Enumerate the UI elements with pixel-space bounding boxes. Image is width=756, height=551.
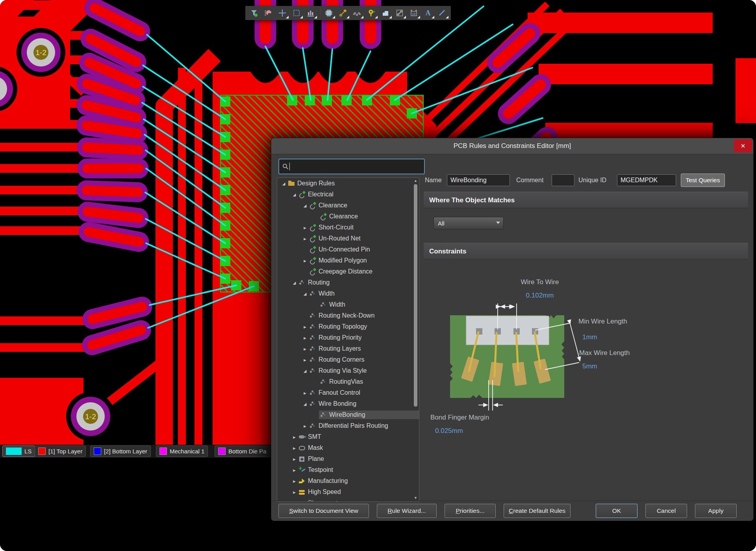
tree-item-short-circuit[interactable]: Short-Circuit <box>277 222 419 233</box>
tree-item-electrical[interactable]: Electrical <box>277 189 419 200</box>
tree-item-testpoint[interactable]: Testpoint <box>277 464 419 475</box>
tree-item-width-rule[interactable]: Width <box>277 299 419 310</box>
polygon-pour-tool-button[interactable] <box>379 7 392 19</box>
collapse-arrow-icon[interactable] <box>291 434 298 440</box>
layer-tab-mechanical-1[interactable]: Mechanical 1 <box>156 446 208 457</box>
collapse-arrow-icon[interactable] <box>302 258 308 264</box>
interactive-routing-tool-button[interactable] <box>336 7 350 19</box>
cancel-button[interactable]: Cancel <box>645 504 687 518</box>
collapse-arrow-icon[interactable] <box>302 346 308 352</box>
snap-magnet-tool-button[interactable] <box>261 7 275 19</box>
create-default-rules-button[interactable]: Create Default Rules <box>504 504 571 518</box>
tree-item-design-rules[interactable]: Design Rules <box>277 178 419 189</box>
tree-item-width[interactable]: Width <box>277 288 419 299</box>
collapse-arrow-icon[interactable] <box>291 467 298 473</box>
tree-item-routing[interactable]: Routing <box>277 277 419 288</box>
tree-item-routing-layers[interactable]: Routing Layers <box>277 343 419 354</box>
tree-item-routing-priority[interactable]: Routing Priority <box>277 332 419 343</box>
switch-to-document-view-button[interactable]: Switch to Document View <box>278 504 369 518</box>
filter-tool-button[interactable] <box>247 7 261 19</box>
layer-tab-bottom-layer[interactable]: [2] Bottom Layer <box>90 446 151 457</box>
collapse-arrow-icon[interactable] <box>302 225 308 231</box>
via-label: 1-2 <box>85 412 96 421</box>
tree-item-clearance-rule[interactable]: Clearance <box>277 211 419 222</box>
wrench-tool-button[interactable] <box>393 7 406 19</box>
ok-button[interactable]: OK <box>596 504 637 518</box>
layer-color-swatch <box>94 447 101 455</box>
tree-item-creepage-distance[interactable]: Creepage Distance <box>277 266 419 277</box>
scrollbar-thumb[interactable] <box>414 184 417 407</box>
bond-finger-margin-label: Bond Finger Margin <box>430 414 489 422</box>
layer-tab-bottom-die-pad[interactable]: Bottom Die Pa <box>215 446 270 457</box>
tree-item-wirebonding-selected[interactable]: WireBonding <box>277 409 419 420</box>
tree-item-fanout-control[interactable]: Fanout Control <box>277 387 419 398</box>
rule-search-input[interactable] <box>292 163 421 170</box>
tree-item-modified-polygon[interactable]: Modified Polygon <box>277 255 419 266</box>
collapse-arrow-icon[interactable] <box>291 489 298 495</box>
tree-item-routingvias[interactable]: RoutingVias <box>277 376 419 387</box>
layer-tab-ls[interactable]: LS <box>2 446 35 457</box>
tree-item-wire-bonding[interactable]: Wire Bonding <box>277 398 419 409</box>
tree-item-differential-pairs-routing[interactable]: Differential Pairs Routing <box>277 420 419 431</box>
component-tool-button[interactable] <box>322 7 335 19</box>
bond-finger-margin-value: 0.025mm <box>435 427 463 435</box>
collapse-arrow-icon[interactable] <box>291 478 298 484</box>
text-tool-button[interactable]: A <box>421 7 435 19</box>
tree-item-mask[interactable]: Mask <box>277 442 419 453</box>
tree-item-manufacturing[interactable]: Manufacturing <box>277 475 419 486</box>
rules-dialog: PCB Rules and Constraints Editor [mm] ✕ … <box>271 138 754 521</box>
collapse-arrow-icon[interactable] <box>291 445 298 451</box>
tree-item-smt[interactable]: SMT <box>277 431 419 442</box>
search-icon <box>282 163 289 170</box>
crosshair-tool-button[interactable] <box>276 7 289 19</box>
expand-arrow-icon[interactable] <box>302 292 308 296</box>
tree-item-routing-via-style[interactable]: Routing Via Style <box>277 365 419 376</box>
expand-arrow-icon[interactable] <box>302 203 308 208</box>
layer-color-swatch <box>38 447 46 455</box>
close-icon: ✕ <box>741 142 746 150</box>
tree-scrollbar[interactable] <box>413 179 418 500</box>
expand-arrow-icon[interactable] <box>280 181 287 186</box>
text-cursor <box>289 163 290 170</box>
tree-item-plane[interactable]: Plane <box>277 453 419 464</box>
expand-arrow-icon[interactable] <box>302 402 308 406</box>
match-scope-dropdown[interactable]: All <box>434 217 504 229</box>
testpoint-icon <box>298 466 306 473</box>
unique-id-input[interactable] <box>617 174 676 186</box>
expand-arrow-icon[interactable] <box>302 369 308 373</box>
close-button[interactable]: ✕ <box>734 139 752 152</box>
collapse-arrow-icon[interactable] <box>302 357 308 363</box>
select-area-tool-button[interactable] <box>290 7 303 19</box>
collapse-arrow-icon[interactable] <box>302 390 308 396</box>
rule-name-input[interactable] <box>447 174 510 186</box>
match-scope-value: All <box>438 220 445 227</box>
tree-item-un-connected-pin[interactable]: Un-Connected Pin <box>277 244 419 255</box>
routing-icon <box>309 345 317 352</box>
tree-item-routing-topology[interactable]: Routing Topology <box>277 321 419 332</box>
collapse-arrow-icon[interactable] <box>302 324 308 330</box>
expand-arrow-icon[interactable] <box>291 281 298 285</box>
test-queries-button[interactable]: Test Queries <box>681 174 725 187</box>
via-probe-tool-button[interactable] <box>365 7 378 19</box>
dimension-tool-button[interactable]: 10 <box>407 7 421 19</box>
tree-item-clearance[interactable]: Clearance <box>277 200 419 211</box>
collapse-arrow-icon[interactable] <box>291 456 298 462</box>
differential-wave-tool-button[interactable] <box>350 7 364 19</box>
layer-tab-top-layer[interactable]: [1] Top Layer <box>35 446 86 457</box>
dialog-title-bar[interactable]: PCB Rules and Constraints Editor [mm] ✕ <box>271 138 753 154</box>
collapse-arrow-icon[interactable] <box>302 423 308 429</box>
rule-wizard-button[interactable]: Rule Wizard... <box>377 504 437 518</box>
comment-input[interactable] <box>552 174 574 186</box>
collapse-arrow-icon[interactable] <box>302 236 308 242</box>
tree-item-routing-corners[interactable]: Routing Corners <box>277 354 419 365</box>
tree-item-high-speed[interactable]: High Speed <box>277 486 419 497</box>
routing-icon <box>309 312 317 319</box>
priorities-button[interactable]: Priorities... <box>445 504 496 518</box>
line-tool-button[interactable] <box>435 7 449 19</box>
tree-item-un-routed-net[interactable]: Un-Routed Net <box>277 233 419 244</box>
collapse-arrow-icon[interactable] <box>302 335 308 341</box>
apply-button[interactable]: Apply <box>695 504 737 518</box>
expand-arrow-icon[interactable] <box>291 192 298 197</box>
board-insight-chart-tool-button[interactable] <box>304 7 317 19</box>
tree-item-routing-neck-down[interactable]: Routing Neck-Down <box>277 310 419 321</box>
